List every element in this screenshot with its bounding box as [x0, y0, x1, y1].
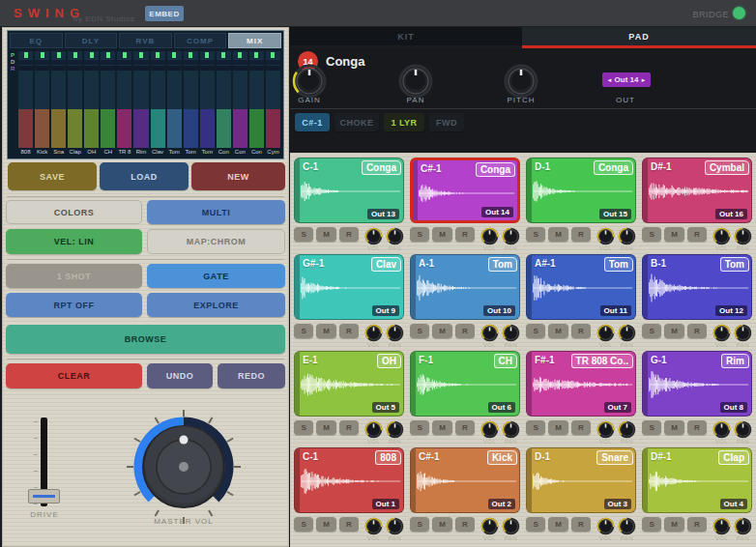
pad-rec-button[interactable]: R [687, 227, 707, 242]
pad-cell-a#-1[interactable]: A#-1Tom Out 11 [526, 254, 636, 320]
layers-button[interactable]: 1 LYR [384, 113, 424, 131]
mixer-fader[interactable] [133, 109, 148, 148]
pad-pan-knob[interactable]: PAN [734, 517, 752, 541]
mixer-fader[interactable] [35, 109, 49, 148]
pad-solo-button[interactable]: S [410, 324, 429, 338]
pad-solo-button[interactable]: S [642, 227, 661, 242]
pad-cell-d#-1[interactable]: D#-1Clap Out 4 [642, 447, 752, 513]
mapping-mode-button[interactable]: MAP:CHROM [147, 229, 285, 254]
pad-solo-button[interactable]: S [526, 517, 545, 532]
fx-tab-dly[interactable]: DLY [65, 33, 118, 48]
out-select-badge[interactable]: ◄ Out 14 ► [602, 72, 651, 87]
mixer-fader-track[interactable] [217, 71, 231, 109]
pad-pan-knob[interactable]: PAN [734, 324, 752, 348]
repeat-button[interactable]: RPT OFF [6, 293, 142, 317]
pad-vol-knob[interactable]: VOL [364, 517, 383, 541]
pad-mute-button[interactable]: M [548, 420, 567, 435]
pad-mute-button[interactable]: M [548, 517, 567, 532]
pad-rec-button[interactable]: R [455, 324, 475, 338]
pad-pan-knob[interactable]: PAN [502, 227, 520, 251]
pad-pan-knob[interactable]: PAN [386, 227, 404, 251]
pitch-knob[interactable] [502, 62, 540, 101]
pad-solo-button[interactable]: S [294, 420, 313, 435]
pad-vol-knob[interactable]: VOL [364, 420, 383, 445]
pad-solo-button[interactable]: S [294, 324, 313, 338]
out-prev-arrow[interactable]: ◄ [607, 77, 613, 83]
gate-button[interactable]: GATE [147, 264, 285, 288]
pad-vol-knob[interactable]: VOL [480, 227, 499, 251]
pad-mute-button[interactable]: M [548, 227, 567, 242]
pad-rec-button[interactable]: R [339, 324, 359, 338]
pad-vol-knob[interactable]: VOL [596, 420, 615, 445]
drive-slider-handle[interactable] [28, 489, 60, 504]
pad-rec-button[interactable]: R [339, 517, 359, 532]
pad-mute-button[interactable]: M [664, 517, 683, 532]
pad-vol-knob[interactable]: VOL [596, 517, 615, 541]
velocity-mode-button[interactable]: VEL: LIN [6, 229, 142, 254]
mixer-fader[interactable] [217, 109, 231, 148]
pan-knob[interactable] [396, 62, 435, 101]
master-volume-knob[interactable] [121, 404, 247, 530]
pad-solo-button[interactable]: S [526, 324, 545, 338]
pad-solo-button[interactable]: S [642, 324, 661, 338]
explore-button[interactable]: EXPLORE [147, 293, 285, 317]
pad-rec-button[interactable]: R [571, 227, 591, 242]
pad-solo-button[interactable]: S [642, 420, 661, 435]
pad-cell-c-1[interactable]: C-1Conga Out 13 [294, 158, 404, 223]
undo-button[interactable]: UNDO [147, 363, 213, 389]
pad-mute-button[interactable]: M [432, 517, 451, 532]
pad-cell-d-1[interactable]: D-1Conga Out 15 [526, 158, 636, 223]
pad-rec-button[interactable]: R [687, 324, 707, 338]
pad-pan-knob[interactable]: PAN [386, 517, 404, 541]
pad-cell-a-1[interactable]: A-1Tom Out 10 [410, 254, 520, 320]
mixer-fader[interactable] [68, 109, 82, 148]
pad-cell-d#-1[interactable]: D#-1Cymbal Out 16 [642, 158, 752, 223]
pad-solo-button[interactable]: S [642, 517, 661, 532]
mixer-fader[interactable] [117, 109, 131, 148]
pad-solo-button[interactable]: S [294, 227, 313, 242]
pad-pan-knob[interactable]: PAN [618, 420, 636, 445]
load-button[interactable]: LOAD [100, 162, 189, 190]
out-next-arrow[interactable]: ► [640, 77, 646, 83]
pad-rec-button[interactable]: R [339, 420, 359, 435]
pad-cell-c#-1[interactable]: C#-1Conga Out 14 [410, 158, 520, 223]
choke-button[interactable]: CHOKE [334, 113, 379, 131]
mixer-fader[interactable] [151, 109, 165, 148]
mixer-fader-track[interactable] [167, 71, 182, 109]
pad-vol-knob[interactable]: VOL [364, 324, 383, 348]
save-button[interactable]: SAVE [8, 162, 97, 190]
embed-button[interactable]: EMBED [145, 6, 184, 21]
colors-button[interactable]: COLORS [6, 200, 142, 224]
pad-solo-button[interactable]: S [410, 227, 429, 242]
fx-tab-rvb[interactable]: RVB [119, 33, 172, 48]
clear-button[interactable]: CLEAR [6, 363, 142, 389]
pad-solo-button[interactable]: S [294, 517, 313, 532]
redo-button[interactable]: REDO [218, 363, 285, 389]
fx-tab-mix[interactable]: MIX [228, 33, 281, 48]
pad-vol-knob[interactable]: VOL [480, 324, 499, 348]
mixer-fader-track[interactable] [200, 71, 215, 109]
pad-pan-knob[interactable]: PAN [618, 324, 636, 348]
pad-pan-knob[interactable]: PAN [502, 324, 520, 348]
pad-pan-knob[interactable]: PAN [734, 420, 752, 445]
pad-cell-c-1[interactable]: C-1808 Out 1 [294, 447, 404, 513]
pad-vol-knob[interactable]: VOL [480, 517, 499, 541]
mixer-fader-track[interactable] [151, 71, 165, 109]
mixer-fader-track[interactable] [117, 71, 131, 109]
mixer-fader[interactable] [51, 109, 66, 148]
pad-cell-b-1[interactable]: B-1Tom Out 12 [642, 254, 752, 320]
fwd-button[interactable]: FWD [429, 113, 464, 131]
pad-rec-button[interactable]: R [571, 420, 591, 435]
mixer-fader-track[interactable] [101, 71, 115, 109]
pad-vol-knob[interactable]: VOL [364, 227, 383, 251]
mixer-fader-track[interactable] [184, 71, 198, 109]
pad-solo-button[interactable]: S [410, 420, 429, 435]
pad-rec-button[interactable]: R [571, 324, 591, 338]
tab-pad[interactable]: PAD [522, 27, 756, 45]
pad-vol-knob[interactable]: VOL [712, 420, 731, 445]
pad-mute-button[interactable]: M [316, 420, 335, 435]
pad-rec-button[interactable]: R [455, 517, 475, 532]
multi-button[interactable]: MULTI [147, 200, 285, 224]
mixer-fader-track[interactable] [84, 71, 99, 109]
pad-cell-f-1[interactable]: F-1CH Out 6 [410, 351, 520, 417]
